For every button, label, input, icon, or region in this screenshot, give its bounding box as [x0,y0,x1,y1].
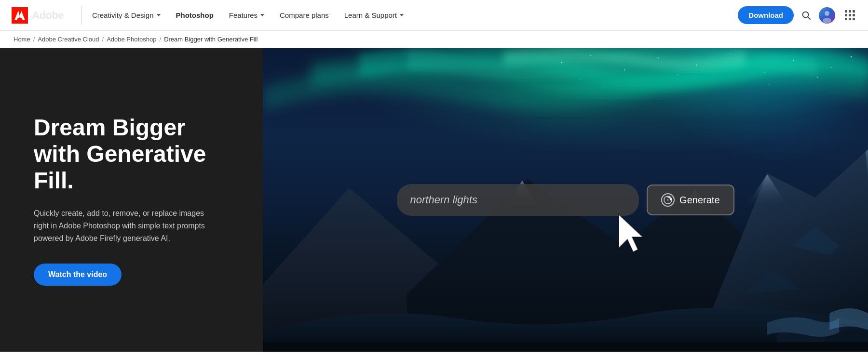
search-icon[interactable] [801,11,811,20]
generate-button[interactable]: Generate [647,185,734,215]
avatar[interactable] [819,7,835,24]
breadcrumb-sep: / [33,36,35,43]
hero-title: Dream Bigger with Generative Fill. [34,114,234,194]
nav-item-compare[interactable]: Compare plans [273,7,336,23]
nav-right: Download [738,6,856,24]
generate-icon [661,193,675,207]
nav-item-creativity[interactable]: Creativity & Design [85,7,167,23]
apps-grid-icon[interactable] [843,9,856,22]
breadcrumb-creative-cloud[interactable]: Adobe Creative Cloud [38,36,99,43]
watch-video-button[interactable]: Watch the video [34,264,122,286]
chevron-down-icon [400,14,404,16]
chevron-down-icon [260,14,264,16]
hero-left-panel: Dream Bigger with Generative Fill. Quick… [0,48,263,352]
gen-fill-input[interactable] [397,184,639,216]
svg-point-25 [667,199,669,201]
mountain-silhouette [263,149,868,352]
breadcrumb-photoshop[interactable]: Adobe Photoshop [107,36,156,43]
breadcrumb-current: Dream Bigger with Generative Fill [164,36,258,43]
generate-label: Generate [679,195,719,206]
breadcrumb-sep: / [160,36,162,43]
breadcrumb-sep: / [102,36,104,43]
svg-point-5 [823,18,831,24]
svg-line-2 [808,17,810,19]
nav-item-learn[interactable]: Learn & Support [338,7,410,23]
breadcrumb-home[interactable]: Home [14,36,30,43]
generative-fill-ui: Generate [397,184,734,216]
cursor-arrow [614,210,652,260]
nav-divider [81,6,81,25]
hero-subtitle: Quickly create, add to, remove, or repla… [34,207,207,244]
breadcrumb: Home / Adobe Creative Cloud / Adobe Phot… [0,31,868,48]
hero-image-panel: Generate [263,48,868,352]
adobe-wordmark: Adobe [32,9,64,22]
hero-section: Dream Bigger with Generative Fill. Quick… [0,48,868,352]
adobe-logo-icon [12,7,28,24]
svg-rect-0 [12,7,28,24]
nav-menu: Creativity & Design Photoshop Features C… [85,7,738,23]
nav-item-photoshop[interactable]: Photoshop [169,7,220,23]
adobe-logo[interactable]: Adobe [12,7,64,24]
navigation: Adobe Creativity & Design Photoshop Feat… [0,0,868,31]
chevron-down-icon [157,14,161,16]
svg-point-4 [825,11,829,16]
nav-item-features[interactable]: Features [222,7,271,23]
download-button[interactable]: Download [738,6,794,24]
svg-rect-23 [263,342,868,352]
